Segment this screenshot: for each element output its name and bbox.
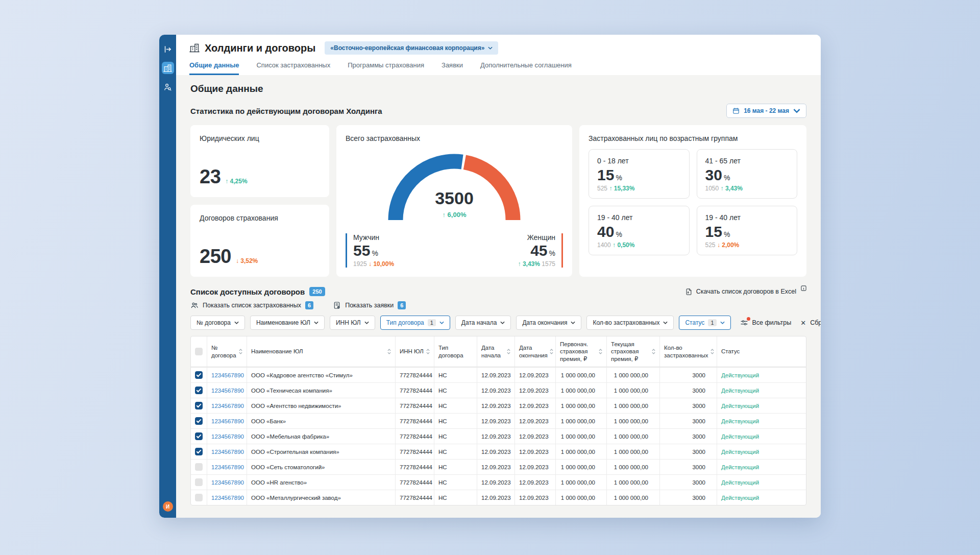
male-count: 1925 <box>353 260 367 268</box>
date-start: 12.09.2023 <box>477 429 515 444</box>
contract-number-link[interactable]: 1234567890 <box>207 398 247 413</box>
contracts-total-badge: 250 <box>309 287 325 296</box>
column-header-5[interactable]: Дата начала <box>477 336 515 367</box>
status-label: Действующий <box>717 368 806 382</box>
filter-chip-label: ИНН ЮЛ <box>336 319 361 326</box>
initial-premium: 1 000 000,00 <box>556 475 607 490</box>
age-group-count: 525 <box>705 242 716 249</box>
age-group-label: 0 - 18 лет <box>597 157 681 165</box>
inn-value: 7727824444 <box>396 383 434 398</box>
tab-4[interactable]: Заявки <box>442 61 463 75</box>
current-premium: 1 000 000,00 <box>607 429 660 444</box>
total-insured-card: Всего застрахованных 3500 ↑ 6,00% <box>336 125 572 277</box>
tab-5[interactable]: Дополнительные соглашения <box>480 61 572 75</box>
table-row: 1234567890ООО «Техничесая компания»77278… <box>191 382 806 398</box>
initial-premium: 1 000 000,00 <box>556 414 607 428</box>
column-header-6[interactable]: Дата окончания <box>515 336 556 367</box>
table-row: 1234567890ООО «Агентство недвижимости»77… <box>191 398 806 413</box>
contract-number-link[interactable]: 1234567890 <box>207 368 247 382</box>
contracts-table: № договораНаименование ЮЛИНН ЮЛТип догов… <box>190 336 806 505</box>
column-header-7[interactable]: Первонач. страховая премия, ₽ <box>556 336 607 367</box>
date-range-picker[interactable]: 16 мая - 22 мая <box>726 104 806 118</box>
company-name: ООО «Сеть стоматологий» <box>247 460 396 474</box>
page-title: Холдинги и договоры <box>205 42 315 54</box>
age-group-item-4: 19 - 40 лет15%525 ↓ 2,00% <box>697 206 798 255</box>
female-label: Женщин <box>518 233 555 242</box>
column-header-1[interactable]: № договора <box>207 336 247 367</box>
all-filters-button[interactable]: Все фильтры <box>740 319 792 327</box>
people-icon <box>190 301 199 309</box>
organization-selector[interactable]: «Восточно-европейская финансовая корпора… <box>325 41 498 55</box>
filter-chip-5[interactable]: Дата начала <box>455 316 511 330</box>
reset-filters-button[interactable]: ✕ Сбросить <box>800 319 821 327</box>
row-checkbox[interactable] <box>195 402 203 409</box>
row-checkbox[interactable] <box>195 463 203 471</box>
current-premium: 1 000 000,00 <box>607 383 660 398</box>
select-all-checkbox[interactable] <box>195 348 203 355</box>
filter-chip-4[interactable]: Тип договора1 <box>380 316 450 330</box>
initial-premium: 1 000 000,00 <box>556 444 607 459</box>
contract-number-link[interactable]: 1234567890 <box>207 444 247 459</box>
table-row: 1234567890ООО «Банк»7727824444НС12.09.20… <box>191 413 806 428</box>
row-checkbox[interactable] <box>195 432 203 440</box>
show-requests-button[interactable]: Показать заявки 6 <box>333 301 406 309</box>
percent-sign: % <box>724 174 730 182</box>
row-checkbox[interactable] <box>195 494 203 501</box>
filter-chip-3[interactable]: ИНН ЮЛ <box>330 316 375 330</box>
contract-number-link[interactable]: 1234567890 <box>207 460 247 474</box>
contracts-count-title: Договоров страхования <box>200 214 320 222</box>
tab-2[interactable]: Список застрахованных <box>256 61 330 75</box>
company-name: ООО «Кадровое агентство «Стимул» <box>247 368 396 382</box>
current-premium: 1 000 000,00 <box>607 398 660 413</box>
column-header-9[interactable]: Кол-во застрахованных <box>660 336 717 367</box>
filter-chip-label: Кол-во застрахованных <box>593 319 659 326</box>
tab-1[interactable]: Общие данные <box>189 61 239 75</box>
date-start: 12.09.2023 <box>477 460 515 474</box>
column-header-label: Кол-во застрахованных <box>664 344 708 359</box>
contract-number-link[interactable]: 1234567890 <box>207 383 247 398</box>
row-checkbox[interactable] <box>195 417 203 425</box>
chevron-down-icon <box>663 321 668 324</box>
filter-chip-7[interactable]: Кол-во застрахованных <box>586 316 674 330</box>
tab-3[interactable]: Программы страхования <box>348 61 424 75</box>
contract-number-link[interactable]: 1234567890 <box>207 414 247 428</box>
show-insured-list-button[interactable]: Показать список застрахованных 6 <box>190 301 313 309</box>
age-group-label: 19 - 40 лет <box>597 213 681 222</box>
select-all-cell <box>191 336 207 367</box>
contract-number-link[interactable]: 1234567890 <box>207 490 247 505</box>
contract-number-link[interactable]: 1234567890 <box>207 475 247 490</box>
table-row: 1234567890ООО «Сеть стоматологий»7727824… <box>191 459 806 474</box>
column-header-2[interactable]: Наименование ЮЛ <box>247 336 396 367</box>
filter-chip-8[interactable]: Статус1 <box>679 316 730 330</box>
column-header-8[interactable]: Текущая страховая премия, ₽ <box>607 336 660 367</box>
percent-sign: % <box>616 174 622 182</box>
inn-value: 7727824444 <box>396 475 434 490</box>
row-checkbox-cell <box>191 490 207 505</box>
filter-chip-2[interactable]: Наименование ЮЛ <box>250 316 325 330</box>
row-checkbox[interactable] <box>195 478 203 486</box>
male-delta: ↓ 10,00% <box>369 260 394 268</box>
date-end: 12.09.2023 <box>515 398 556 413</box>
row-checkbox[interactable] <box>195 371 203 379</box>
holdings-nav-icon[interactable] <box>162 62 174 74</box>
row-checkbox[interactable] <box>195 387 203 394</box>
row-checkbox[interactable] <box>195 448 203 455</box>
insured-search-nav-icon[interactable] <box>162 81 174 93</box>
content: Общие данные Статистика по действующим д… <box>176 75 821 518</box>
info-icon[interactable] <box>801 285 806 293</box>
contract-number-link[interactable]: 1234567890 <box>207 429 247 444</box>
column-header-3[interactable]: ИНН ЮЛ <box>396 336 434 367</box>
calendar-icon <box>732 107 740 114</box>
male-percent: 55 <box>353 242 370 259</box>
status-label: Действующий <box>717 490 806 505</box>
female-delta: ↑ 3,43% <box>518 260 540 268</box>
sort-icon <box>599 349 602 354</box>
user-avatar[interactable]: И <box>163 501 173 512</box>
download-excel-button[interactable]: Скачать список договоров в Excel <box>685 288 806 296</box>
logout-icon[interactable] <box>162 43 174 55</box>
filter-chip-6[interactable]: Дата окончания <box>516 316 581 330</box>
filter-chip-1[interactable]: № договора <box>190 316 245 330</box>
insured-count: 3000 <box>660 383 717 398</box>
female-count: 1575 <box>542 260 555 268</box>
chevron-down-icon <box>500 321 505 324</box>
